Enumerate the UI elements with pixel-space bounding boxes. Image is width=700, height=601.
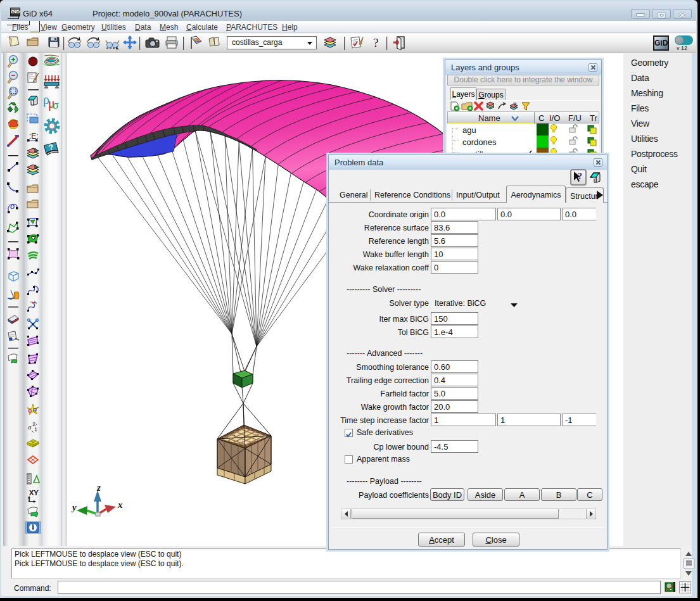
svg-text:1: 1	[34, 426, 37, 433]
svg-text::E:: :E:	[29, 132, 39, 141]
svg-text:x: x	[117, 500, 123, 510]
svg-text:?: ?	[513, 101, 517, 108]
svg-text:?: ?	[373, 36, 378, 49]
svg-text:a: a	[28, 423, 32, 431]
svg-text:σ: σ	[53, 99, 59, 111]
svg-text:XY: XY	[29, 489, 39, 497]
svg-text:?: ?	[578, 172, 582, 181]
svg-text:z: z	[96, 483, 101, 493]
svg-text:y: y	[71, 502, 77, 512]
